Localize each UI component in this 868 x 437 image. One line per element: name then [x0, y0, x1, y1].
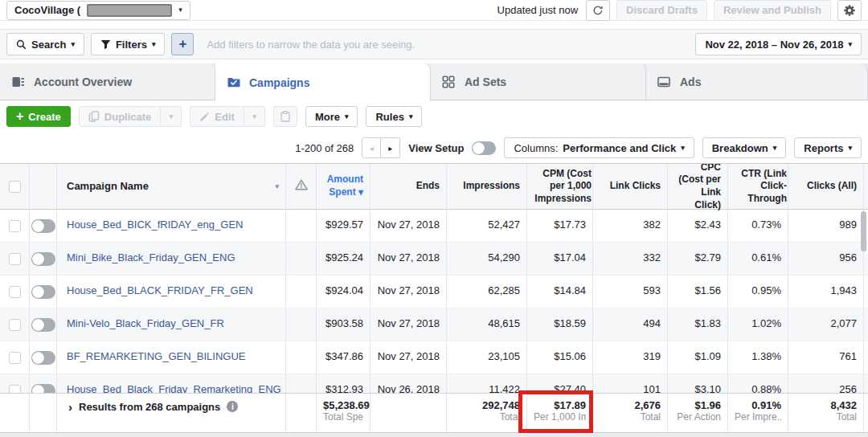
- add-filter-button[interactable]: +: [171, 33, 194, 55]
- campaign-name-link[interactable]: House_Bed_BICK_fRIDAY_eng_GEN: [67, 218, 243, 231]
- create-button[interactable]: + Create: [6, 106, 71, 127]
- total-value: $17.89: [534, 399, 586, 411]
- chevron-down-icon: ▾: [773, 145, 777, 152]
- column-header-clicks_all[interactable]: Clicks (All): [788, 164, 864, 209]
- row-checkbox[interactable]: [9, 319, 21, 331]
- campaign-name-cell: Mini-Velo_Black_Friday_GEN_FR: [57, 308, 286, 341]
- clipboard-button[interactable]: [273, 106, 297, 127]
- column-label: Impressions: [463, 180, 520, 193]
- refresh-button[interactable]: [586, 0, 610, 21]
- tab-campaigns[interactable]: Campaigns: [215, 63, 431, 101]
- chevron-down-icon: ▾: [152, 41, 156, 48]
- campaign-status-toggle[interactable]: [31, 351, 55, 365]
- ends-cell: Nov 27, 2018: [371, 276, 447, 308]
- impressions-cell: 23,105: [447, 341, 527, 374]
- breakdown-button[interactable]: Breakdown ▾: [702, 137, 787, 158]
- search-icon: [16, 39, 27, 50]
- edit-split-button: Edit ▾: [190, 106, 265, 127]
- total-label: Total: [600, 411, 661, 423]
- duplicate-caret-button[interactable]: ▾: [161, 106, 182, 127]
- campaign-name-cell: House_Bed_BLACK_FRIDAY_FR_GEN: [57, 276, 286, 308]
- filters-dropdown-button[interactable]: Filters ▾: [91, 33, 166, 55]
- footer-total-spent: $5,238.69Total Spent: [317, 394, 371, 432]
- more-button[interactable]: More ▾: [305, 106, 358, 127]
- campaign-name-cell: House_Bed_BICK_fRIDAY_eng_GEN: [57, 210, 286, 242]
- account-picker[interactable]: CocoVillage ( ▾: [6, 1, 190, 20]
- campaign-status-toggle[interactable]: [31, 318, 55, 332]
- campaign-name-link[interactable]: Mini-Velo_Black_Friday_GEN_FR: [67, 317, 224, 329]
- row-checkbox[interactable]: [9, 352, 21, 364]
- expand-results-icon[interactable]: ›: [68, 401, 72, 415]
- spent-cell: $903.58: [317, 308, 371, 341]
- column-header-name[interactable]: Campaign Name▾: [57, 164, 286, 209]
- row-checkbox-cell: [0, 210, 30, 242]
- info-icon[interactable]: i: [227, 401, 238, 412]
- columns-button[interactable]: Columns: Performance and Click ▾: [504, 137, 694, 158]
- row-sliver-cell: [864, 276, 868, 308]
- footer-total-link_clicks: 2,676Total: [593, 394, 668, 432]
- column-header-impressions[interactable]: Impressions: [447, 164, 527, 209]
- top-bar: CocoVillage ( ▾ Updated just now Discard…: [0, 0, 868, 21]
- edit-caret-button[interactable]: ▾: [244, 106, 265, 127]
- spent-cell: $347.86: [317, 341, 371, 374]
- copy-icon: [88, 111, 100, 122]
- next-page-button[interactable]: ▸: [381, 137, 400, 158]
- pager: ◂ ▸: [362, 137, 400, 158]
- search-dropdown-button[interactable]: Search ▾: [6, 33, 84, 55]
- reports-button[interactable]: Reports ▾: [794, 137, 862, 158]
- campaign-status-toggle[interactable]: [31, 285, 55, 299]
- tab-ad-sets[interactable]: Ad Sets: [431, 63, 646, 100]
- cpm-cell: $18.59: [527, 308, 593, 341]
- link_clicks-cell: 319: [593, 341, 668, 374]
- tab-account-overview[interactable]: Account Overview: [0, 63, 215, 100]
- plus-icon: +: [178, 36, 186, 52]
- campaign-name-link[interactable]: Mini_Bike_Black_Friday_GEN_ENG: [67, 251, 235, 263]
- column-header-delivery[interactable]: [286, 164, 317, 209]
- campaign-name-link[interactable]: House_Bed_BLACK_FRIDAY_FR_GEN: [67, 284, 253, 296]
- column-header-cpc[interactable]: CPC (Cost per Link Click): [668, 164, 728, 209]
- vertical-scrollbar[interactable]: [861, 211, 866, 251]
- spent-cell: $929.57: [317, 210, 371, 242]
- tab-ads[interactable]: Ads: [646, 63, 868, 100]
- total-value: 2,676: [600, 399, 661, 411]
- chevron-down-icon: ▾: [681, 145, 685, 152]
- gear-icon: [843, 4, 856, 17]
- column-header-ends[interactable]: Ends: [371, 164, 447, 209]
- column-header-cpm[interactable]: CPM (Cost per 1,000 Impressions: [527, 164, 593, 209]
- campaign-status-toggle[interactable]: [31, 219, 55, 233]
- column-header-link_clicks[interactable]: Link Clicks: [593, 164, 668, 209]
- row-checkbox[interactable]: [9, 253, 21, 265]
- table-header-row: Campaign Name▾Amount Spent ▾EndsImpressi…: [0, 164, 868, 210]
- header-sliver-cell: [864, 164, 868, 209]
- horizontal-scroll-track[interactable]: [0, 432, 868, 437]
- clipboard-icon: [280, 111, 290, 122]
- date-range-button[interactable]: Nov 22, 2018 – Nov 26, 2018 ▾: [695, 33, 862, 55]
- column-label: Clicks (All): [807, 180, 857, 193]
- updated-status: Updated just now: [497, 4, 578, 16]
- edit-button[interactable]: Edit: [190, 106, 244, 127]
- campaign-name-link[interactable]: BF_REMARKETING_GEN_BILINGUE: [67, 350, 246, 362]
- column-header-ctr[interactable]: CTR (Link Click-Through: [728, 164, 788, 209]
- row-toggle-cell: [30, 308, 57, 341]
- view-controls-bar: 1-200 of 268 ◂ ▸ View Setup Columns: Per…: [0, 133, 868, 163]
- rules-button[interactable]: Rules ▾: [366, 106, 422, 127]
- impressions-cell: 54,290: [447, 243, 527, 275]
- cpm-cell: $14.84: [527, 276, 593, 308]
- select-all-checkbox[interactable]: [9, 181, 21, 193]
- settings-gear-button[interactable]: [837, 0, 862, 21]
- row-checkbox[interactable]: [9, 286, 21, 298]
- clicks_all-cell: 1,943: [788, 276, 864, 308]
- previous-page-button[interactable]: ◂: [362, 137, 381, 158]
- ends-cell: Nov 27, 2018: [371, 243, 447, 275]
- review-and-publish-button[interactable]: Review and Publish: [714, 0, 831, 21]
- ads-manager-app: CocoVillage ( ▾ Updated just now Discard…: [0, 0, 868, 437]
- discard-drafts-button[interactable]: Discard Drafts: [616, 0, 707, 21]
- column-header-spent[interactable]: Amount Spent ▾: [317, 164, 371, 209]
- row-checkbox[interactable]: [9, 220, 21, 232]
- column-label: CPC (Cost per Link Click): [674, 163, 721, 211]
- view-setup-toggle[interactable]: [472, 141, 496, 155]
- campaign-status-toggle[interactable]: [31, 252, 55, 266]
- clicks_all-cell: 956: [788, 243, 864, 275]
- duplicate-button[interactable]: Duplicate: [79, 106, 162, 127]
- column-label: CTR (Link Click-Through: [735, 168, 787, 206]
